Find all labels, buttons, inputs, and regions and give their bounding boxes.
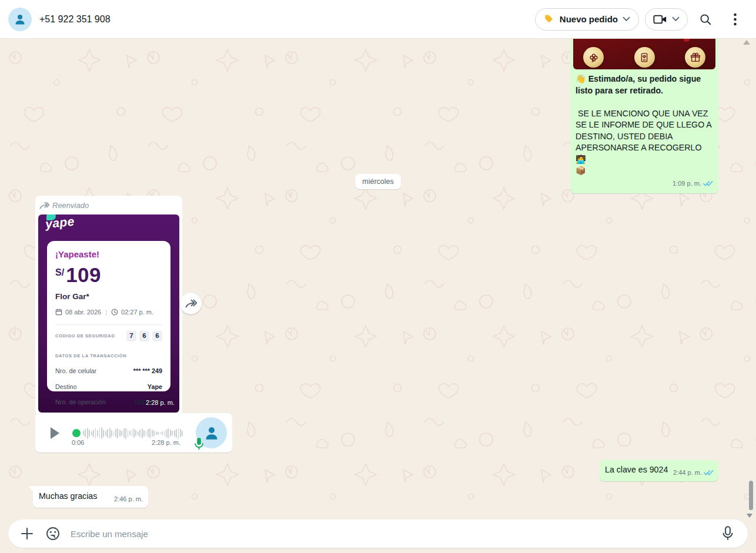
message-time: 1:09 p. m. <box>673 178 701 190</box>
calendar-icon <box>55 309 62 316</box>
petal <box>684 39 690 42</box>
date-divider: miércoles <box>355 174 401 189</box>
chevron-down-icon <box>672 16 680 22</box>
voice-progress-dot[interactable] <box>72 429 81 437</box>
receipt-date: 08 abr. 2026 <box>65 307 101 319</box>
message-time: 2:44 p. m. <box>673 467 702 479</box>
bubble-tail <box>28 486 34 492</box>
message-key[interactable]: La clave es 9024 2:44 p. m. <box>600 460 718 481</box>
yape-receipt-image[interactable]: yape ¡Yapeaste! S/ 109 Flor Gar* 08 <box>38 215 179 413</box>
message-time: 2:28 p. m. <box>152 437 180 449</box>
mic-icon <box>722 526 734 541</box>
mic-status-icon <box>194 437 204 451</box>
security-code-row: CÓDIGO DE SEGURIDAD 7 6 6 <box>55 330 162 342</box>
transaction-details-label: DATOS DE LA TRANSACCIÓN <box>55 350 162 362</box>
message-forwarded-receipt[interactable]: Reenviado yape ¡Yapeaste! S/ 109 Flor Ga… <box>35 196 182 415</box>
contact-title[interactable]: +51 922 351 908 <box>39 14 111 25</box>
order-status-button[interactable]: Nuevo pedido <box>535 8 639 31</box>
receipt-title: ¡Yapeaste! <box>55 249 162 260</box>
person-icon <box>203 424 220 442</box>
scroll-up-indicator[interactable] <box>743 40 750 45</box>
attach-button[interactable] <box>14 521 40 547</box>
scrollbar-thumb[interactable] <box>749 481 753 510</box>
forwarded-icon <box>39 202 49 209</box>
person-icon <box>13 12 27 26</box>
separator: | <box>105 307 107 319</box>
amount: 109 <box>66 265 101 285</box>
receipt-recipient: Flor Gar* <box>55 291 162 303</box>
message-text: La clave es 9024 <box>605 465 668 474</box>
voice-duration: 0:06 <box>72 437 84 449</box>
promo-icons-row <box>573 47 715 68</box>
message-thanks[interactable]: Muchas gracias 2:46 p. m. <box>33 486 148 508</box>
plus-icon <box>20 527 34 541</box>
forwarded-label: Reenviado <box>52 200 89 212</box>
contact-avatar[interactable] <box>8 8 32 31</box>
read-receipt-icon <box>703 180 713 187</box>
message-time: 2:46 p. m. <box>114 494 143 505</box>
scroll-down-arrow[interactable] <box>747 514 752 518</box>
message-order-update[interactable]: 👋 Estimado/a, su pedido sigue listo para… <box>570 39 718 193</box>
emoji-sticker-button[interactable] <box>40 521 66 547</box>
security-code-label: CÓDIGO DE SEGURIDAD <box>55 330 115 342</box>
whatsapp-chat-window: +51 922 351 908 Nuevo pedido <box>0 0 756 553</box>
message-time: 2:28 p. m. <box>146 397 175 409</box>
order-update-body: SE LE MENCIONO QUE UNA VEZ SE LE INFORME… <box>576 109 714 176</box>
search-button[interactable] <box>694 8 717 31</box>
message-input[interactable] <box>71 529 715 539</box>
read-receipt-icon <box>704 470 714 476</box>
forwarded-header: Reenviado <box>38 199 179 215</box>
receipt-amount: S/ 109 <box>55 265 162 285</box>
receipt-time: 02:27 p. m. <box>121 307 153 319</box>
code-digit: 6 <box>139 331 149 341</box>
chat-header: +51 922 351 908 Nuevo pedido <box>0 0 756 39</box>
play-button[interactable] <box>51 427 59 439</box>
receipt-card: ¡Yapeaste! S/ 109 Flor Gar* 08 abr. 2026… <box>47 241 170 391</box>
message-text: Muchas gracias <box>39 491 97 501</box>
menu-button[interactable] <box>723 8 747 31</box>
tag-icon <box>544 14 555 25</box>
video-call-button[interactable] <box>645 8 688 31</box>
code-digit: 7 <box>126 331 136 341</box>
message-voice-note[interactable]: 0:06 2:28 p. m. <box>35 413 232 453</box>
security-code-digits: 7 6 6 <box>126 331 162 341</box>
order-status-label: Nuevo pedido <box>560 14 618 24</box>
clover-icon <box>583 47 604 68</box>
search-icon <box>699 13 712 26</box>
header-actions: Nuevo pedido <box>535 8 747 31</box>
video-camera-icon <box>653 14 667 25</box>
currency: S/ <box>55 267 64 279</box>
forward-message-button[interactable] <box>180 293 202 314</box>
kebab-menu-icon <box>734 13 737 26</box>
message-text: 👋 Estimado/a, su pedido sigue listo para… <box>573 69 715 177</box>
order-update-greeting: 👋 Estimado/a, su pedido sigue listo para… <box>576 74 703 95</box>
sticker-smiley-icon <box>45 526 61 541</box>
clock-icon <box>111 309 118 316</box>
gift-icon <box>685 47 705 68</box>
voice-record-button[interactable] <box>715 521 741 547</box>
message-composer <box>8 520 748 548</box>
chevron-down-icon <box>623 16 630 22</box>
divider <box>55 324 162 325</box>
yape-logo: yape <box>45 217 75 230</box>
promo-image[interactable] <box>573 39 715 69</box>
transaction-row: Destino Yape <box>55 381 162 393</box>
transaction-row: Nro. de celular *** *** 249 <box>55 366 162 377</box>
conversation-panel[interactable]: 👋 Estimado/a, su pedido sigue listo para… <box>0 39 756 553</box>
receipt-datetime: 08 abr. 2026 | 02:27 p. m. <box>55 307 162 319</box>
code-digit: 6 <box>152 331 162 341</box>
greeting-card-icon <box>634 47 655 68</box>
forward-icon <box>185 299 197 308</box>
